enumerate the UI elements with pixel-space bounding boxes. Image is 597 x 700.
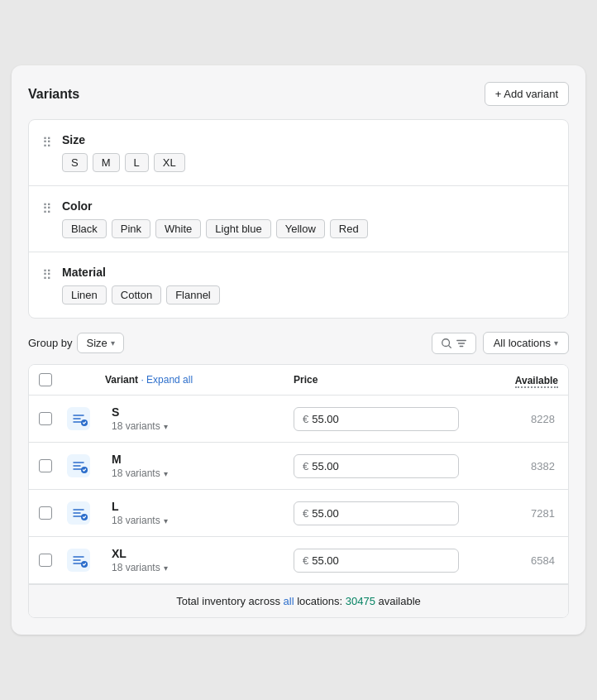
material-variant-row: ⠿ Material Linen Cotton Flannel	[29, 252, 568, 318]
tag-s: S	[62, 153, 88, 172]
tag-white: White	[155, 219, 201, 238]
locations-label: All locations	[494, 337, 551, 349]
expand-all-link[interactable]: · Expand all	[141, 374, 193, 386]
tag-xl: XL	[154, 153, 185, 172]
group-by-select[interactable]: Size ▾	[77, 333, 123, 353]
add-variant-button[interactable]: + Add variant	[485, 82, 569, 106]
color-label: Color	[62, 199, 555, 213]
toolbar: Group by Size ▾ All locations ▾	[28, 332, 569, 354]
price-input-m[interactable]: €	[294, 454, 459, 478]
variant-info-xl: XL 18 variants ▾	[105, 547, 294, 573]
table-footer: Total inventory across all locations: 30…	[29, 584, 568, 617]
expand-chevron-m: ▾	[164, 469, 168, 478]
variant-info-l: L 18 variants ▾	[105, 500, 294, 526]
row-checkbox-l[interactable]	[39, 506, 52, 520]
table-row: L 18 variants ▾ € 7281	[29, 490, 568, 537]
available-xl: 6584	[459, 554, 558, 567]
currency-l: €	[303, 507, 308, 520]
footer-total-count: 30475	[346, 595, 375, 607]
variant-size-xl: XL	[112, 547, 287, 560]
expand-chevron-xl: ▾	[164, 563, 168, 573]
card-title: Variants	[28, 87, 79, 102]
expand-chevron-s: ▾	[164, 422, 168, 431]
chevron-down-icon: ▾	[111, 338, 115, 348]
tag-yellow: Yellow	[276, 219, 325, 238]
variant-size-m: M	[112, 453, 287, 466]
price-input-l[interactable]: €	[294, 501, 459, 525]
row-checkbox-xl[interactable]	[39, 554, 52, 567]
tag-light-blue: Light blue	[206, 219, 270, 238]
select-all-checkbox[interactable]	[39, 373, 52, 386]
variant-count-l[interactable]: 18 variants ▾	[112, 515, 287, 526]
footer-text-before: Total inventory across	[176, 595, 280, 607]
variant-count-xl[interactable]: 18 variants ▾	[112, 562, 287, 573]
price-field-m[interactable]	[312, 460, 378, 472]
color-variant-content: Color Black Pink White Light blue Yellow…	[62, 199, 555, 238]
locations-chevron-icon: ▾	[554, 338, 558, 348]
row-checkbox-s[interactable]	[39, 412, 52, 425]
variant-size-l: L	[112, 500, 287, 513]
tag-red: Red	[330, 219, 368, 238]
currency-s: €	[303, 413, 308, 425]
available-l: 7281	[459, 507, 558, 520]
size-label: Size	[62, 133, 555, 146]
variant-types-container: ⠿ Size S M L XL ⠿ Color Black Pink White	[28, 119, 569, 319]
variant-count-m[interactable]: 18 variants ▾	[112, 467, 287, 479]
currency-m: €	[303, 460, 308, 472]
price-field-l[interactable]	[312, 507, 378, 520]
variant-info-s: S 18 variants ▾	[105, 405, 294, 432]
search-icon	[441, 338, 452, 349]
toolbar-right: All locations ▾	[432, 332, 569, 354]
variant-column-header: Variant · Expand all	[105, 374, 294, 386]
tag-black: Black	[62, 219, 107, 238]
table-row: S 18 variants ▾ € 8228	[29, 396, 568, 443]
variant-count-s[interactable]: 18 variants ▾	[112, 420, 287, 432]
size-tags-row: S M L XL	[62, 153, 555, 172]
search-filter-button[interactable]	[432, 333, 476, 354]
variant-info-m: M 18 variants ▾	[105, 453, 294, 479]
inventory-icon-m	[65, 453, 92, 479]
group-by-label: Group by	[28, 337, 72, 349]
table-row: M 18 variants ▾ € 8382	[29, 443, 568, 490]
inventory-icon-s	[65, 405, 92, 432]
tag-linen: Linen	[62, 285, 107, 304]
drag-handle-size[interactable]: ⠿	[42, 135, 52, 151]
price-input-s[interactable]: €	[294, 407, 459, 431]
price-input-xl[interactable]: €	[294, 549, 459, 573]
expand-chevron-l: ▾	[164, 516, 168, 525]
tag-flannel: Flannel	[166, 285, 220, 304]
inventory-icon-xl	[65, 547, 92, 573]
drag-handle-color[interactable]: ⠿	[42, 201, 52, 217]
available-column-header: Available	[459, 373, 558, 386]
footer-text-middle: locations:	[297, 595, 342, 607]
footer-available-text: available	[379, 595, 421, 607]
locations-button[interactable]: All locations ▾	[483, 332, 569, 354]
material-tags-row: Linen Cotton Flannel	[62, 285, 555, 304]
variants-table: Variant · Expand all Price Available S	[28, 364, 569, 618]
price-column-header: Price	[294, 374, 459, 386]
color-variant-row: ⠿ Color Black Pink White Light blue Yell…	[29, 186, 568, 252]
drag-handle-material[interactable]: ⠿	[42, 267, 52, 283]
tag-l: L	[125, 153, 149, 172]
currency-xl: €	[303, 554, 308, 567]
group-by-value: Size	[86, 337, 107, 349]
price-field-s[interactable]	[312, 413, 378, 425]
inventory-icon-l	[65, 500, 92, 526]
price-field-xl[interactable]	[312, 554, 378, 567]
card-header: Variants + Add variant	[28, 82, 569, 106]
table-row: XL 18 variants ▾ € 6584	[29, 537, 568, 584]
color-tags-row: Black Pink White Light blue Yellow Red	[62, 219, 555, 238]
tag-cotton: Cotton	[112, 285, 161, 304]
tag-m: M	[93, 153, 120, 172]
table-header: Variant · Expand all Price Available	[29, 365, 568, 396]
variant-size-s: S	[112, 405, 287, 419]
footer-all-text: all	[284, 595, 294, 607]
row-checkbox-m[interactable]	[39, 459, 52, 472]
tag-pink: Pink	[112, 219, 150, 238]
available-s: 8228	[459, 413, 558, 425]
variants-card: Variants + Add variant ⠿ Size S M L XL ⠿…	[12, 65, 585, 635]
group-by-section: Group by Size ▾	[28, 333, 124, 353]
size-variant-row: ⠿ Size S M L XL	[29, 120, 568, 186]
filter-icon	[456, 338, 467, 349]
size-variant-content: Size S M L XL	[62, 133, 555, 172]
